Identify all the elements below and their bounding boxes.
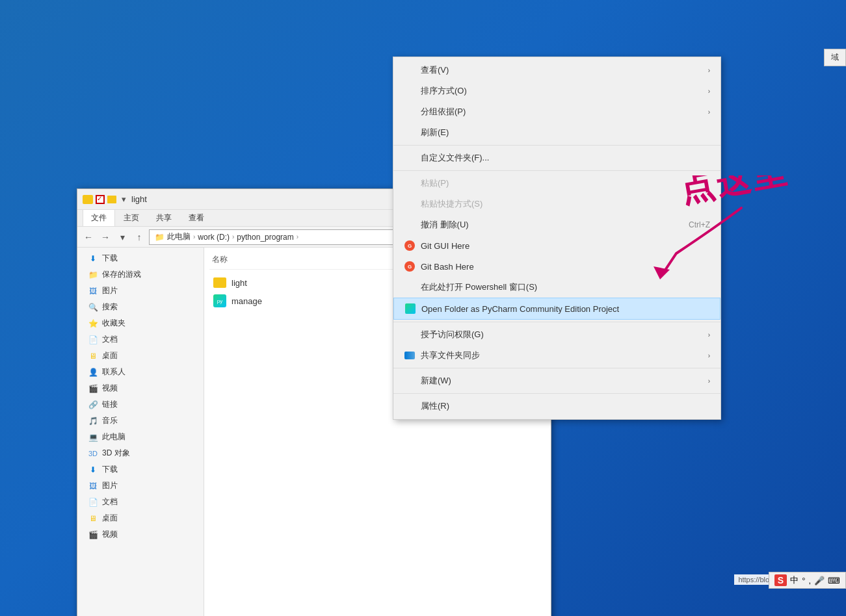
recent-button[interactable]: ▾ xyxy=(115,230,129,244)
tab-file[interactable]: 文件 xyxy=(83,209,115,226)
menu-item-refresh[interactable]: 刷新(E) xyxy=(393,122,720,143)
pictures-icon: 🖼 xyxy=(88,286,98,296)
menu-item-customize[interactable]: 自定义文件夹(F)... xyxy=(393,148,720,168)
sidebar-item-search[interactable]: 🔍 搜索 xyxy=(77,299,204,315)
videos2-icon: 🎬 xyxy=(88,530,98,540)
sidebar-item-thispc[interactable]: 💻 此电脑 xyxy=(77,429,204,445)
address-bar[interactable]: 📁 此电脑 › work (D:) › python_program › xyxy=(149,229,427,245)
thispc-icon: 💻 xyxy=(88,432,98,443)
sidebar-item-music[interactable]: 🎵 音乐 xyxy=(77,413,204,429)
system-tray-panel: S 中 ° , 🎤 ⌨ xyxy=(769,572,846,589)
desktop-icon: 🖥 xyxy=(88,351,98,361)
sidebar-label-download: 下载 xyxy=(102,253,118,264)
forward-button[interactable]: → xyxy=(98,230,112,244)
menu-item-paste-shortcut[interactable]: 粘贴快捷方式(S) xyxy=(393,194,720,214)
tab-share[interactable]: 共享 xyxy=(148,209,180,226)
sidebar-item-videos2[interactable]: 🎬 视频 xyxy=(77,526,204,543)
git-bash-icon: G xyxy=(404,261,416,272)
undo-icon xyxy=(404,219,416,231)
saved-games-icon: 📁 xyxy=(88,270,98,280)
menu-item-properties[interactable]: 属性(R) xyxy=(393,396,720,417)
sidebar-label-videos: 视频 xyxy=(102,383,118,394)
sidebar-item-pictures[interactable]: 🖼 图片 xyxy=(77,283,204,299)
videos-icon: 🎬 xyxy=(88,383,98,394)
sidebar-label-contacts: 联系人 xyxy=(102,366,126,378)
menu-item-sort[interactable]: 排序方式(O) › xyxy=(393,81,720,101)
sidebar-item-videos[interactable]: 🎬 视频 xyxy=(77,380,204,396)
sidebar-item-download2[interactable]: ⬇ 下载 xyxy=(77,461,204,478)
up-button[interactable]: ↑ xyxy=(132,230,146,244)
sidebar-item-download[interactable]: ⬇ 下载 xyxy=(77,250,204,266)
menu-item-powershell[interactable]: 在此处打开 Powershell 窗口(S) xyxy=(393,277,720,298)
menu-undo-label: 撤消 删除(U) xyxy=(421,219,683,231)
sidebar-item-contacts[interactable]: 👤 联系人 xyxy=(77,364,204,380)
sidebar-item-pictures2[interactable]: 🖼 图片 xyxy=(77,478,204,494)
menu-item-share-sync[interactable]: 共享文件夹同步 › xyxy=(393,345,720,366)
sidebar-item-savedgames[interactable]: 📁 保存的游戏 xyxy=(77,266,204,283)
menu-pycharm-label: Open Folder as PyCharm Community Edition… xyxy=(421,304,709,314)
menu-git-gui-label: Git GUI Here xyxy=(421,241,710,251)
menu-share-sync-label: 共享文件夹同步 xyxy=(421,350,703,361)
sidebar-item-desktop2[interactable]: 🖥 桌面 xyxy=(77,510,204,526)
sidebar-item-3d[interactable]: 3D 3D 对象 xyxy=(77,445,204,461)
sort-icon xyxy=(404,85,416,97)
menu-grant-access-label: 授予访问权限(G) xyxy=(421,329,703,340)
address-part-pc: 此电脑 xyxy=(167,231,191,242)
sidebar-item-links[interactable]: 🔗 链接 xyxy=(77,396,204,413)
new-icon xyxy=(404,375,416,387)
address-part-d: work (D:) xyxy=(198,233,230,242)
menu-item-new[interactable]: 新建(W) › xyxy=(393,370,720,391)
title-separator: ▾ xyxy=(122,194,126,204)
sidebar-label-desktop2: 桌面 xyxy=(102,513,118,524)
menu-item-grant-access[interactable]: 授予访问权限(G) › xyxy=(393,324,720,345)
sidebar-label-desktop: 桌面 xyxy=(102,350,118,361)
undo-shortcut: Ctrl+Z xyxy=(689,220,710,229)
menu-item-view[interactable]: 查看(V) › xyxy=(393,60,720,81)
sidebar-item-desktop[interactable]: 🖥 桌面 xyxy=(77,348,204,364)
tab-view[interactable]: 查看 xyxy=(180,209,213,226)
search-folder-icon: 🔍 xyxy=(88,302,98,313)
manage-filename: manage xyxy=(231,296,262,306)
menu-item-git-bash[interactable]: G Git Bash Here xyxy=(393,256,720,277)
share-sync-arrow: › xyxy=(708,352,710,359)
paste-shortcut-icon xyxy=(404,198,416,210)
menu-divider-1 xyxy=(393,145,720,146)
desktop2-icon: 🖥 xyxy=(88,513,98,524)
menu-paste-shortcut-label: 粘贴快捷方式(S) xyxy=(421,198,710,210)
menu-item-paste[interactable]: 粘贴(P) xyxy=(393,173,720,194)
documents2-icon: 📄 xyxy=(88,497,98,507)
tray-mic: 🎤 xyxy=(814,576,825,585)
customize-icon xyxy=(404,152,416,164)
menu-properties-label: 属性(R) xyxy=(421,400,710,412)
documents-icon: 📄 xyxy=(88,335,98,345)
contacts-icon: 👤 xyxy=(88,367,98,378)
download-icon: ⬇ xyxy=(88,253,98,264)
menu-item-pycharm[interactable]: Open Folder as PyCharm Community Edition… xyxy=(393,298,720,320)
menu-item-undo[interactable]: 撤消 删除(U) Ctrl+Z xyxy=(393,214,720,235)
sidebar-label-3d: 3D 对象 xyxy=(102,448,130,459)
sidebar-item-favorites[interactable]: ⭐ 收藏夹 xyxy=(77,315,204,331)
menu-item-git-gui[interactable]: G Git GUI Here xyxy=(393,235,720,256)
sidebar-label-favorites: 收藏夹 xyxy=(102,318,126,329)
tray-dot: ° xyxy=(802,576,805,585)
pycharm-open-icon xyxy=(404,303,416,314)
sidebar-label-pictures2: 图片 xyxy=(102,480,118,491)
sidebar-item-documents[interactable]: 📄 文档 xyxy=(77,331,204,348)
back-button[interactable]: ← xyxy=(81,230,96,244)
menu-view-label: 查看(V) xyxy=(421,64,703,76)
share-sync-icon xyxy=(404,350,416,361)
git-gui-icon: G xyxy=(404,240,416,251)
light-folder-icon xyxy=(213,277,226,288)
3d-icon: 3D xyxy=(88,448,98,459)
menu-sort-label: 排序方式(O) xyxy=(421,85,703,97)
sidebar-item-documents2[interactable]: 📄 文档 xyxy=(77,494,204,510)
powershell-icon xyxy=(404,281,416,293)
group-arrow: › xyxy=(708,109,710,116)
title-checkbox xyxy=(96,195,105,204)
context-menu: 查看(V) › 排序方式(O) › 分组依据(P) › 刷新(E) 自定义文件夹… xyxy=(393,57,721,420)
menu-powershell-label: 在此处打开 Powershell 窗口(S) xyxy=(421,281,710,293)
tab-home[interactable]: 主页 xyxy=(115,209,148,226)
sidebar-label-links: 链接 xyxy=(102,399,118,410)
menu-group-label: 分组依据(P) xyxy=(421,106,703,118)
menu-item-group[interactable]: 分组依据(P) › xyxy=(393,101,720,122)
